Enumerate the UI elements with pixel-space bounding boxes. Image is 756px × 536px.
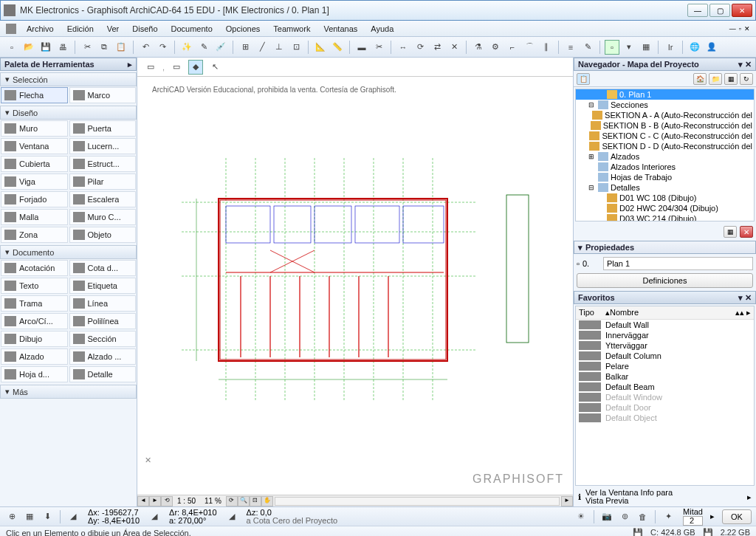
tool-section-diseño[interactable]: ▾Diseño xyxy=(0,106,137,120)
chevron-down-icon[interactable]: ▾ xyxy=(738,293,743,303)
tool-elevation-icon[interactable]: Alzado xyxy=(1,348,68,365)
open-icon[interactable]: 📂 xyxy=(21,40,36,55)
drawing-canvas[interactable]: ArchiCAD Versión Educacional, prohibida … xyxy=(137,77,573,495)
menu-archivo[interactable]: Archivo xyxy=(21,23,60,35)
tool-line-icon[interactable]: Línea xyxy=(69,295,137,312)
menu-edicion[interactable]: Edición xyxy=(61,23,100,35)
menu-ayuda[interactable]: Ayuda xyxy=(365,23,399,35)
tool-section-documento[interactable]: ▾Documento xyxy=(0,245,137,259)
favorite-item[interactable]: Default Column xyxy=(576,351,754,361)
nav-settings-icon[interactable]: ▦ xyxy=(724,226,737,238)
tool-detail-icon[interactable]: Detalle xyxy=(69,366,137,382)
tool-wall-icon[interactable]: Muro xyxy=(1,120,68,137)
favorite-item[interactable]: Default Window xyxy=(576,392,754,402)
tool-door-icon[interactable]: Puerta xyxy=(69,120,137,137)
ruler-toggle-icon[interactable]: ◢ xyxy=(66,509,80,524)
tool-section-icon[interactable]: Sección xyxy=(69,331,137,347)
explode-icon[interactable]: ✦ xyxy=(661,509,676,524)
tree-item[interactable]: ⊞Alzados xyxy=(576,151,754,162)
tree-item[interactable]: SEKTION B - B (Auto-Reconstrucción del xyxy=(576,120,754,131)
zoom-history[interactable]: 1 : 50 xyxy=(173,497,200,505)
redo-icon[interactable]: ↷ xyxy=(155,40,170,55)
snap-icon[interactable]: ⊞ xyxy=(238,40,252,55)
scroll-right-icon[interactable]: ► xyxy=(149,496,161,506)
favorite-item[interactable]: Balkar xyxy=(576,371,754,382)
favorites-header[interactable]: Favoritos ▾✕ xyxy=(574,291,756,304)
nav-view-icon[interactable]: 📁 xyxy=(709,73,722,85)
constraint-icon[interactable]: ⊥ xyxy=(272,40,286,55)
tool-column-icon[interactable]: Pilar xyxy=(69,173,137,190)
tool-shell-icon[interactable]: Estruct... xyxy=(69,156,137,172)
mdi-close[interactable]: ✕ xyxy=(744,25,750,32)
mdi-restore[interactable]: ▫ xyxy=(739,25,741,32)
fav-col-name[interactable]: Nombre xyxy=(610,308,639,317)
zoom-fwd-icon[interactable]: ⟳ xyxy=(226,496,238,506)
zoom-in-icon[interactable]: 🔍 xyxy=(238,496,250,506)
tool-interior-icon[interactable]: Alzado ... xyxy=(69,348,137,365)
favorite-item[interactable]: Innerväggar xyxy=(576,330,754,340)
fav-col-type[interactable]: Tipo xyxy=(579,308,605,317)
tool-stair-icon[interactable]: Escalera xyxy=(69,191,137,207)
copy-icon[interactable]: ⧉ xyxy=(97,40,111,55)
filter-icon[interactable]: ⚗ xyxy=(471,40,486,55)
measure-icon[interactable]: 📏 xyxy=(330,40,345,55)
tree-item[interactable]: 0. Plan 1 xyxy=(576,89,754,100)
tool-beam-icon[interactable]: Viga xyxy=(1,173,68,190)
sun-icon[interactable]: ☀ xyxy=(574,509,588,524)
tool-label-icon[interactable]: Etiqueta xyxy=(69,278,137,294)
trash-icon[interactable]: 🗑 xyxy=(635,509,650,524)
tool-window-icon[interactable]: Ventana xyxy=(1,138,68,154)
trim-icon[interactable]: ✂ xyxy=(371,40,386,55)
3d-icon[interactable]: 🌐 xyxy=(687,40,702,55)
tool-slab-icon[interactable]: Forjado xyxy=(1,191,68,207)
pen-icon[interactable]: ✎ xyxy=(580,40,595,55)
trace-icon[interactable]: Ir xyxy=(663,40,678,55)
tool-arrow-icon[interactable]: Flecha xyxy=(1,87,68,103)
toolbox-header[interactable]: Paleta de Herramientas ▸ xyxy=(0,58,137,71)
eyedropper-icon[interactable]: ✎ xyxy=(196,40,211,55)
magic-wand-icon[interactable]: ✨ xyxy=(179,40,194,55)
tool-zone-icon[interactable]: Zona xyxy=(1,227,68,243)
print-icon[interactable]: 🖶 xyxy=(55,40,70,55)
tree-item[interactable]: ⊟Secciones xyxy=(576,100,754,110)
menu-documento[interactable]: Documento xyxy=(165,23,219,35)
fit-icon[interactable]: ⊡ xyxy=(250,496,261,506)
nav-publisher-icon[interactable]: ↻ xyxy=(740,73,753,85)
dropdown1-icon[interactable]: ▾ xyxy=(622,40,636,55)
favorite-item[interactable]: Pelare xyxy=(576,361,754,371)
nav-delete-icon[interactable]: ✕ xyxy=(740,226,753,238)
tool-marquee-icon[interactable]: Marco xyxy=(69,87,137,103)
fav-close-icon[interactable]: ✕ xyxy=(745,293,752,303)
tool-mesh-icon[interactable]: Malla xyxy=(1,209,68,225)
rotate-icon[interactable]: ⟳ xyxy=(413,40,427,55)
menu-ver[interactable]: Ver xyxy=(101,23,126,35)
close-marker[interactable]: ✕ xyxy=(145,456,151,465)
hscrollbar[interactable] xyxy=(275,497,560,506)
navigator-header[interactable]: Navegador - Mapa del Proyecto ▾✕ xyxy=(574,58,756,71)
tool-object-icon[interactable]: Objeto xyxy=(69,227,137,243)
offset-icon[interactable]: ∥ xyxy=(539,40,554,55)
tool-section-más[interactable]: ▾Más xyxy=(0,385,137,399)
favorite-item[interactable]: Default Wall xyxy=(576,320,754,330)
tree-item[interactable]: SEKTION C - C (Auto-Reconstrucción del xyxy=(576,131,754,141)
properties-header[interactable]: ▾Propiedades xyxy=(574,241,756,254)
paste-icon[interactable]: 📋 xyxy=(114,40,128,55)
cut-icon[interactable]: ✂ xyxy=(80,40,94,55)
syringe-icon[interactable]: 💉 xyxy=(213,40,228,55)
favorite-item[interactable]: Default Door xyxy=(576,402,754,413)
zoom-back-icon[interactable]: ⟲ xyxy=(161,496,173,506)
zoom-percent[interactable]: 11 % xyxy=(200,497,226,505)
tool-section-selección[interactable]: ▾Selección xyxy=(0,72,137,86)
tool-fill-icon[interactable]: Trama xyxy=(1,295,68,312)
view-icon[interactable]: ▫ xyxy=(605,40,619,55)
origin-icon[interactable]: ⊕ xyxy=(4,509,19,524)
scroll-left-icon[interactable]: ◄ xyxy=(137,496,149,506)
menu-ventanas[interactable]: Ventanas xyxy=(317,23,363,35)
scroll-end-icon[interactable]: ► xyxy=(561,496,573,506)
tool-skylight-icon[interactable]: Lucern... xyxy=(69,138,137,154)
selection-mode1-icon[interactable]: ▭ xyxy=(169,60,184,75)
favorite-item[interactable]: Default Object xyxy=(576,413,754,423)
mitad-dropdown[interactable]: ▸ xyxy=(710,512,715,521)
ok-button[interactable]: OK xyxy=(722,509,752,524)
navigator-tree[interactable]: 0. Plan 1⊟SeccionesSEKTION A - A (Auto-R… xyxy=(575,89,755,221)
